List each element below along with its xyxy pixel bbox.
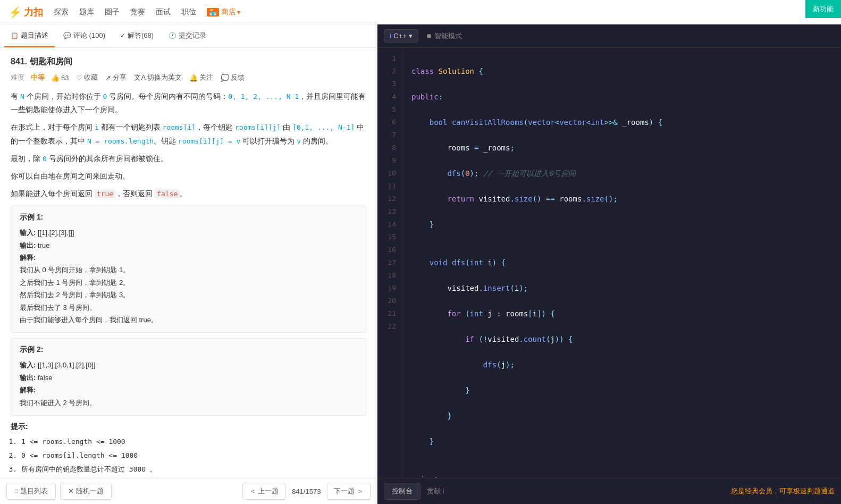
code-line-5: dfs(0); // 一开始可以进入0号房间 [411,167,832,180]
prev-problem-button[interactable]: ＜ 上一题 [242,483,286,500]
desc-para-4: 你可以自由地在房间之间来回走动。 [11,170,366,183]
follow-icon: 🔔 [189,74,198,82]
feedback-icon: 💭 [221,74,229,82]
follow-button[interactable]: 🔔 关注 [189,73,213,82]
line-num-3: 3 [392,78,396,90]
logo-icon: ⚡ [9,6,22,19]
example-1-box: 示例 1: 输入: [[1],[2],[3],[]] 输出: true 解释: … [11,206,366,333]
line-num-2: 2 [392,65,396,78]
code-line-15: } [411,409,832,422]
follow-label: 关注 [199,73,213,82]
hint-3: 所有房间中的钥匙数量总计不超过 3000 。 [21,463,366,476]
example-1-content: 输入: [[1],[2],[3],[]] 输出: true 解释: 我们从 0 … [20,226,357,326]
desc-para-2: 在形式上，对于每个房间 i 都有一个钥匙列表 rooms[i]，每个钥匙 roo… [11,121,366,147]
example-2-input: 输入: [[1,3],[3,0,1],[2],[0]] [20,359,357,371]
code-area[interactable]: 1 2 3 4 5 6 7 8 9 10 11 12 13 14 15 16 1 [377,48,841,478]
code-line-3: bool canVisitAllRooms(vector<vector<int>… [411,116,832,129]
line-num-9: 9 [392,154,396,167]
example-2-title: 示例 2: [20,345,357,355]
code-lines[interactable]: class Solution { public: bool canVisitAl… [403,48,841,478]
language-label: C++ [393,32,407,40]
share-button[interactable]: ↗ 分享 [105,73,127,82]
share-label: 分享 [113,73,127,82]
code-line-16: } [411,435,832,448]
code-line-14: } [411,384,832,397]
difficulty-value: 中等 [31,73,45,82]
line-num-20: 20 [388,295,396,307]
code-line-7: } [411,218,832,231]
nav-explore[interactable]: 探索 [54,7,69,17]
comments-icon: 💬 [63,32,71,39]
nav-community[interactable]: 圈子 [105,7,120,17]
code-line-6: return visited.size() == rooms.size(); [411,192,832,205]
switch-lang-label: 切换为英文 [147,73,182,82]
nav-contest[interactable]: 竞赛 [130,7,145,17]
tab-submissions[interactable]: 🕐 提交记录 [162,24,213,47]
example-1-explain-title: 解释: [20,251,357,264]
desc-para-1: 有 N 个房间，开始时你位于 0 号房间。每个房间内有不同的号码：0, 1, 2… [11,90,366,116]
feedback-button[interactable]: 💭 反馈 [221,73,245,82]
random-problem-button[interactable]: ✕ 随机一题 [60,483,112,500]
share-icon: ↗ [105,74,111,82]
nav-jobs[interactable]: 职位 [181,7,196,17]
problem-description: 有 N 个房间，开始时你位于 0 号房间。每个房间内有不同的号码：0, 1, 2… [11,90,366,200]
line-num-10: 10 [388,167,396,180]
problem-list-button[interactable]: ≡ 题目列表 [6,483,56,500]
line-num-21: 21 [388,307,396,320]
example-2-box: 示例 2: 输入: [[1,3],[3,0,1],[2],[0]] 输出: fa… [11,338,366,416]
desc-para-3: 最初，除 0 号房间外的其余所有房间都被锁住。 [11,152,366,165]
code-line-13: dfs(j); [411,358,832,371]
nav-interview[interactable]: 面试 [156,7,171,17]
example-2-output: 输出: false [20,372,357,384]
line-num-4: 4 [392,90,396,103]
like-icon: 👍 [51,74,60,82]
code-line-4: rooms = _rooms; [411,141,832,154]
line-num-12: 12 [388,192,396,205]
problem-counter: 841/1573 [288,488,325,495]
solutions-icon: ✓ [120,32,125,39]
code-line-10: visited.insert(i); [411,282,832,295]
line-num-11: 11 [388,180,396,192]
like-button[interactable]: 👍 63 [51,74,69,82]
collect-label: 收藏 [84,73,98,82]
next-problem-button[interactable]: 下一题 ＞ [327,483,371,500]
hints-list: 1 <= rooms.length <= 1000 0 <= rooms[i].… [11,435,366,476]
hints-section: 提示: 1 <= rooms.length <= 1000 0 <= rooms… [11,422,366,476]
line-num-22: 22 [388,320,396,333]
editor-bottom-bar: 控制台 贡献 i 您是经典会员，可享极速判题通道 [377,478,841,504]
line-num-5: 5 [392,103,396,116]
smart-mode-label: 智能模式 [434,31,462,41]
tab-submissions-label: 提交记录 [179,31,206,40]
nav-problems[interactable]: 题库 [79,7,94,17]
code-line-9: void dfs(int i) { [411,256,832,269]
tab-solutions[interactable]: ✓ 解答(68) [114,24,160,47]
code-line-11: for (int j : rooms[i]) { [411,307,832,320]
tab-comments[interactable]: 💬 评论 (100) [57,24,112,47]
vip-message: 您是经典会员，可享极速判题通道 [731,486,835,496]
hint-2: 0 <= rooms[i].length <= 1000 [21,449,366,463]
code-line-12: if (!visited.count(j)) { [411,333,832,346]
hint-1: 1 <= rooms.length <= 1000 [21,435,366,449]
language-selector[interactable]: i C++ ▾ [384,29,418,43]
problem-content: 841. 钥匙和房间 难度 中等 👍 63 ♡ 收藏 ↗ 分享 [0,48,377,478]
switch-lang-button[interactable]: 文A 切换为英文 [134,73,182,82]
tab-description[interactable]: 📋 题目描述 [4,24,55,47]
line-num-1: 1 [392,52,396,65]
console-button[interactable]: 控制台 [384,483,420,500]
line-num-8: 8 [392,141,396,154]
smart-mode[interactable]: 智能模式 [427,31,462,41]
tab-description-label: 题目描述 [21,31,48,40]
line-num-14: 14 [388,218,396,231]
line-num-13: 13 [388,205,396,218]
left-panel: 📋 题目描述 💬 评论 (100) ✓ 解答(68) 🕐 提交记录 841. 钥… [0,24,377,504]
example-1-explain: 我们从 0 号房间开始，拿到钥匙 1。 之后我们去 1 号房间，拿到钥匙 2。 … [20,264,357,326]
line-num-17: 17 [388,256,396,269]
line-num-7: 7 [392,129,396,141]
logo[interactable]: ⚡ 力扣 [9,6,43,19]
description-icon: 📋 [11,32,19,39]
line-num-15: 15 [388,231,396,243]
new-feature-button[interactable]: 新功能 [805,0,841,18]
nav-shop[interactable]: 🏪 商店 ▾ [207,7,240,17]
language-icon: i [390,32,391,40]
collect-button[interactable]: ♡ 收藏 [76,73,98,82]
